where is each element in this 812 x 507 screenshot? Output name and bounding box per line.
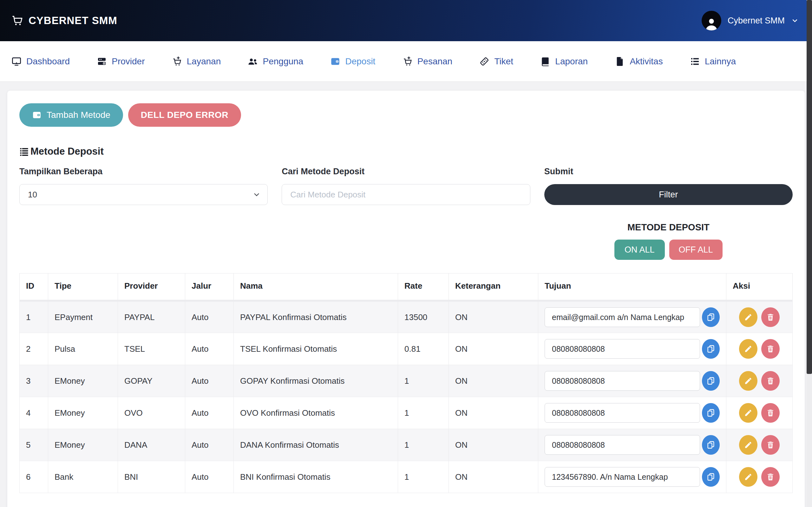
- cell-aksi: [726, 397, 793, 429]
- show-count-select[interactable]: 10: [19, 184, 268, 205]
- delete-button[interactable]: [761, 371, 780, 391]
- col-tujuan: Tujuan: [538, 274, 726, 301]
- table-row: 5 EMoney DANA Auto DANA Konfirmasi Otoma…: [20, 429, 793, 461]
- user-menu[interactable]: Cybernet SMM: [702, 11, 798, 31]
- filter-button[interactable]: Filter: [544, 184, 793, 205]
- copy-icon: [706, 408, 715, 417]
- brand-title: CYBERNET SMM: [29, 14, 117, 26]
- edit-button[interactable]: [739, 307, 757, 327]
- table-row: 2 Pulsa TSEL Auto TSEL Konfirmasi Otomat…: [20, 333, 793, 365]
- edit-button[interactable]: [739, 339, 757, 359]
- cell-tujuan: [538, 365, 726, 397]
- cell-nama: TSEL Konfirmasi Otomatis: [234, 333, 398, 365]
- book-icon: [540, 56, 550, 66]
- pencil-icon: [744, 313, 752, 321]
- edit-button[interactable]: [739, 467, 757, 487]
- nav-item-pengguna[interactable]: Pengguna: [248, 56, 303, 66]
- edit-button[interactable]: [739, 371, 757, 391]
- table-row: 6 Bank BNI Auto BNI Konfirmasi Otomatis …: [20, 461, 793, 493]
- section-title: Metode Deposit: [19, 146, 793, 157]
- cell-tujuan: [538, 461, 726, 493]
- copy-button[interactable]: [702, 467, 720, 487]
- edit-button[interactable]: [739, 435, 757, 455]
- cell-tujuan: [538, 397, 726, 429]
- cell-jalur: Auto: [185, 365, 234, 397]
- delete-button[interactable]: [761, 307, 780, 327]
- tujuan-input[interactable]: [545, 339, 700, 359]
- cell-rate: 13500: [398, 301, 449, 333]
- col-rate: Rate: [398, 274, 449, 301]
- edit-button[interactable]: [739, 403, 757, 423]
- scrollbar-track[interactable]: [807, 0, 812, 507]
- users-icon: [248, 56, 258, 66]
- col-nama: Nama: [234, 274, 398, 301]
- page-background: Tambah Metode DELL DEPO ERROR Metode Dep…: [0, 82, 812, 507]
- ticket-icon: [479, 56, 490, 66]
- trash-icon: [766, 345, 774, 353]
- nav-item-laporan[interactable]: Laporan: [540, 56, 588, 66]
- brand-logo: CYBERNET SMM: [11, 14, 117, 26]
- copy-icon: [706, 377, 715, 385]
- cell-id: 5: [20, 429, 48, 461]
- cell-jalur: Auto: [185, 301, 234, 333]
- tujuan-input[interactable]: [545, 435, 700, 455]
- file-icon: [615, 56, 625, 66]
- add-method-button[interactable]: Tambah Metode: [19, 103, 123, 127]
- cell-nama: OVO Konfirmasi Otomatis: [234, 397, 398, 429]
- pencil-icon: [744, 345, 752, 353]
- list-icon: [690, 56, 700, 66]
- cell-rate: 1: [398, 429, 449, 461]
- tujuan-input[interactable]: [545, 403, 700, 423]
- nav-item-lainnya[interactable]: Lainnya: [690, 56, 736, 66]
- cell-tipe: EMoney: [48, 397, 118, 429]
- cell-nama: BNI Konfirmasi Otomatis: [234, 461, 398, 493]
- delete-button[interactable]: [761, 403, 780, 423]
- delete-button[interactable]: [761, 435, 780, 455]
- nav-item-layanan[interactable]: Layanan: [172, 56, 221, 66]
- delete-button[interactable]: [761, 467, 780, 487]
- cell-jalur: Auto: [185, 397, 234, 429]
- tujuan-input[interactable]: [545, 467, 700, 487]
- col-tipe: Tipe: [48, 274, 118, 301]
- nav-item-provider[interactable]: Provider: [97, 56, 145, 66]
- copy-button[interactable]: [702, 403, 720, 423]
- copy-icon: [706, 313, 715, 322]
- cell-keterangan: ON: [449, 429, 538, 461]
- cell-rate: 1: [398, 461, 449, 493]
- nav-item-tiket[interactable]: Tiket: [479, 56, 513, 66]
- nav-item-pesanan[interactable]: Pesanan: [403, 56, 453, 66]
- copy-button[interactable]: [702, 307, 720, 327]
- copy-button[interactable]: [702, 339, 720, 359]
- cell-id: 1: [20, 301, 48, 333]
- cart-icon: [11, 15, 23, 26]
- cell-nama: DANA Konfirmasi Otomatis: [234, 429, 398, 461]
- cell-aksi: [726, 461, 793, 493]
- dell-depo-error-button[interactable]: DELL DEPO ERROR: [128, 103, 241, 127]
- copy-button[interactable]: [702, 435, 720, 455]
- bulk-actions: METODE DEPOSIT ON ALL OFF ALL: [19, 222, 793, 260]
- tujuan-input[interactable]: [545, 371, 700, 391]
- search-input[interactable]: [282, 184, 530, 205]
- scrollbar-thumb[interactable]: [807, 0, 812, 374]
- cell-provider: PAYPAL: [118, 301, 185, 333]
- cell-rate: 0.81: [398, 333, 449, 365]
- cell-jalur: Auto: [185, 333, 234, 365]
- tujuan-input[interactable]: [545, 307, 700, 327]
- wallet-icon: [330, 56, 340, 66]
- nav-item-aktivitas[interactable]: Aktivitas: [615, 56, 663, 66]
- nav-item-deposit[interactable]: Deposit: [330, 56, 375, 66]
- nav-item-dashboard[interactable]: Dashboard: [11, 56, 70, 66]
- on-all-button[interactable]: ON ALL: [614, 239, 665, 260]
- off-all-button[interactable]: OFF ALL: [669, 239, 722, 260]
- cell-keterangan: ON: [449, 461, 538, 493]
- copy-button[interactable]: [702, 371, 720, 391]
- avatar: [702, 11, 721, 31]
- cell-id: 3: [20, 365, 48, 397]
- copy-icon: [706, 472, 715, 481]
- cell-id: 2: [20, 333, 48, 365]
- cell-provider: TSEL: [118, 333, 185, 365]
- user-name: Cybernet SMM: [728, 16, 785, 26]
- wallet-icon: [32, 110, 42, 120]
- cell-nama: PAYPAL Konfirmasi Otomatis: [234, 301, 398, 333]
- delete-button[interactable]: [761, 339, 780, 359]
